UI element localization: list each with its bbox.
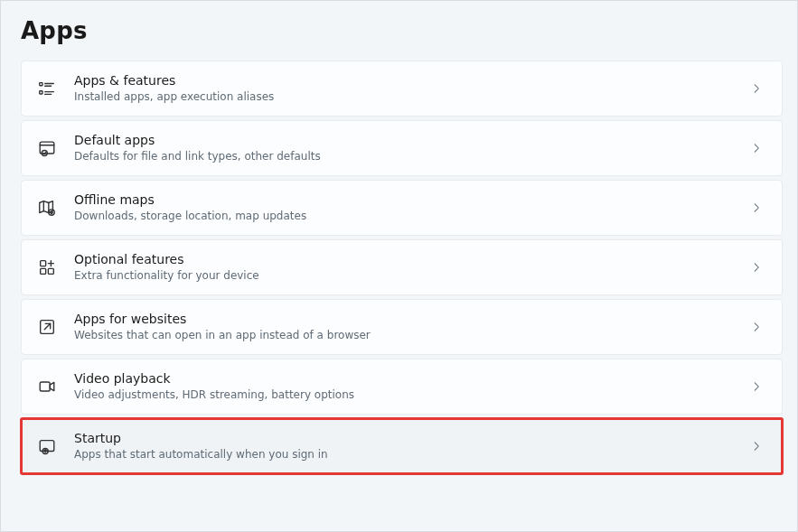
- chevron-right-icon: [747, 318, 765, 336]
- row-title: Apps for websites: [74, 312, 738, 328]
- svg-rect-13: [41, 261, 46, 266]
- row-title: Video playback: [74, 371, 738, 387]
- grid-add-icon: [36, 257, 58, 278]
- svg-rect-14: [41, 268, 46, 274]
- row-video-playback[interactable]: Video playback Video adjustments, HDR st…: [21, 359, 783, 415]
- apps-settings-panel: Apps Apps & features Installed apps, app…: [0, 0, 798, 532]
- row-text: Offline maps Downloads, storage location…: [74, 192, 738, 223]
- svg-rect-15: [48, 268, 53, 274]
- row-optional-features[interactable]: Optional features Extra functionality fo…: [21, 239, 783, 295]
- row-text: Video playback Video adjustments, HDR st…: [74, 371, 738, 402]
- row-apps-and-features[interactable]: Apps & features Installed apps, app exec…: [21, 61, 783, 117]
- svg-rect-1: [40, 91, 42, 94]
- map-download-icon: [36, 197, 58, 219]
- row-text: Apps for websites Websites that can open…: [74, 312, 738, 342]
- startup-icon: [36, 435, 58, 457]
- chevron-right-icon: [747, 199, 765, 217]
- chevron-right-icon: [747, 378, 765, 396]
- chevron-right-icon: [747, 139, 765, 157]
- video-icon: [36, 376, 58, 397]
- svg-line-19: [44, 323, 50, 329]
- row-subtitle: Apps that start automatically when you s…: [74, 448, 738, 462]
- row-title: Offline maps: [74, 192, 738, 209]
- row-text: Startup Apps that start automatically wh…: [74, 431, 738, 462]
- row-text: Default apps Defaults for file and link …: [74, 133, 738, 163]
- svg-rect-20: [40, 382, 50, 391]
- apps-list-icon: [36, 78, 58, 99]
- row-title: Startup: [74, 431, 738, 447]
- row-default-apps[interactable]: Default apps Defaults for file and link …: [21, 120, 783, 176]
- page-title: Apps: [21, 17, 797, 44]
- chevron-right-icon: [747, 258, 765, 276]
- open-link-icon: [36, 316, 58, 338]
- row-offline-maps[interactable]: Offline maps Downloads, storage location…: [21, 180, 783, 236]
- row-text: Apps & features Installed apps, app exec…: [74, 73, 738, 104]
- row-subtitle: Extra functionality for your device: [74, 269, 738, 283]
- default-apps-icon: [36, 137, 58, 159]
- row-text: Optional features Extra functionality fo…: [74, 252, 738, 283]
- chevron-right-icon: [747, 437, 765, 455]
- row-title: Apps & features: [74, 73, 738, 89]
- row-startup[interactable]: Startup Apps that start automatically wh…: [21, 418, 783, 474]
- row-subtitle: Downloads, storage location, map updates: [74, 210, 738, 223]
- settings-list: Apps & features Installed apps, app exec…: [1, 61, 797, 474]
- row-subtitle: Websites that can open in an app instead…: [74, 329, 738, 342]
- svg-rect-0: [40, 83, 42, 86]
- row-subtitle: Installed apps, app execution aliases: [74, 90, 738, 104]
- row-subtitle: Defaults for file and link types, other …: [74, 150, 738, 163]
- chevron-right-icon: [747, 79, 765, 98]
- row-apps-for-websites[interactable]: Apps for websites Websites that can open…: [21, 299, 783, 355]
- row-subtitle: Video adjustments, HDR streaming, batter…: [74, 388, 738, 402]
- row-title: Default apps: [74, 133, 738, 149]
- row-title: Optional features: [74, 252, 738, 268]
